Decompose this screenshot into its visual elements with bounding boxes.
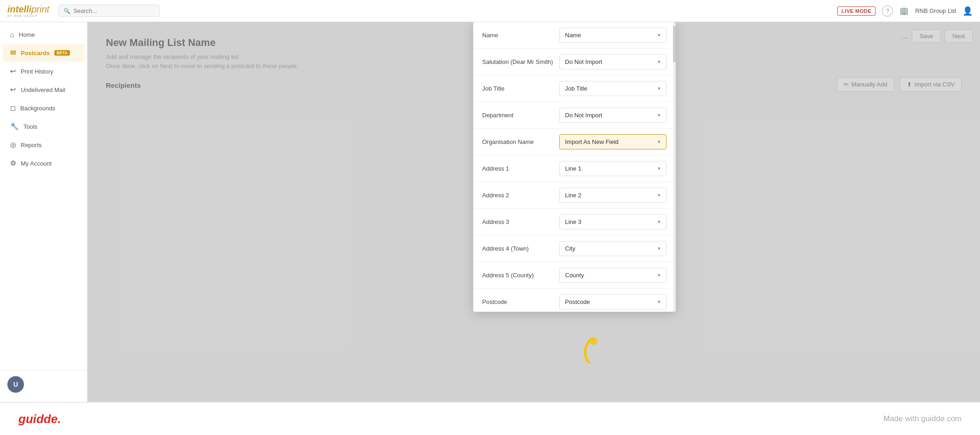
live-mode-badge[interactable]: LIVE MODE: [837, 6, 876, 16]
postcards-badge: BETA: [54, 50, 70, 56]
tools-icon: 🔧: [10, 122, 19, 131]
chevron-down-icon: ▾: [658, 166, 661, 172]
sidebar: ⌂ Home ✉ Postcards BETA ↩ Print History …: [0, 22, 87, 402]
field-mapping-modal: Name Name ▾ Salutation (Dear Mr Smith) D…: [473, 22, 676, 312]
field-select-salutation[interactable]: Do Not Import ▾: [559, 54, 667, 69]
modal-row-department: Department Do Not Import ▾: [473, 102, 676, 129]
modal-row-address2: Address 2 Line 2 ▾: [473, 182, 676, 209]
sidebar-label-undelivered: Undelivered Mail: [21, 86, 65, 93]
search-input[interactable]: [73, 7, 147, 14]
sidebar-item-my-account[interactable]: ⚙ My Account: [3, 155, 84, 172]
chevron-down-icon: ▾: [658, 59, 661, 65]
field-label-salutation: Salutation (Dear Mr Smith): [482, 58, 554, 65]
field-select-address3[interactable]: Line 3 ▾: [559, 214, 667, 229]
sidebar-label-my-account: My Account: [21, 160, 52, 167]
modal-row-address5: Address 5 (County) County ▾: [473, 262, 676, 289]
field-label-address1: Address 1: [482, 165, 554, 172]
sidebar-item-reports[interactable]: ◎ Reports: [3, 136, 84, 154]
field-select-job-title[interactable]: Job Title ▾: [559, 81, 667, 96]
field-label-name: Name: [482, 32, 554, 39]
field-select-name[interactable]: Name ▾: [559, 28, 667, 43]
sidebar-item-print-history[interactable]: ↩ Print History: [3, 63, 84, 80]
help-icon[interactable]: ?: [882, 6, 893, 17]
chevron-down-icon: ▾: [658, 86, 661, 92]
field-label-address4: Address 4 (Town): [482, 245, 554, 252]
content-area: ... Save Next New Mailing List Name Add …: [87, 22, 980, 402]
modal-row-address4: Address 4 (Town) City ▾: [473, 235, 676, 262]
field-label-postcode: Postcode: [482, 298, 554, 305]
user-icon[interactable]: 👤: [963, 6, 973, 16]
modal-row-address3: Address 3 Line 3 ▾: [473, 209, 676, 235]
sidebar-label-tools: Tools: [23, 123, 37, 130]
field-label-department: Department: [482, 112, 554, 119]
field-label-address3: Address 3: [482, 218, 554, 225]
building-icon: 🏢: [899, 6, 909, 15]
modal-row-organisation: Organisation Name Import As New Field ▾: [473, 129, 676, 155]
logo-subtext: BY RNB GROUP: [7, 14, 49, 17]
chevron-down-icon: ▾: [658, 299, 661, 305]
top-right-actions: LIVE MODE ? 🏢 RNB Group Ltd 👤: [837, 6, 973, 17]
sidebar-item-undelivered[interactable]: ↩ Undelivered Mail: [3, 81, 84, 98]
field-select-address1[interactable]: Line 1 ▾: [559, 161, 667, 176]
field-select-department[interactable]: Do Not Import ▾: [559, 108, 667, 123]
field-select-postcode[interactable]: Postcode ▾: [559, 294, 667, 309]
sidebar-label-backgrounds: Backgrounds: [20, 105, 55, 112]
chevron-down-icon: ▾: [658, 32, 661, 38]
reports-icon: ◎: [10, 141, 16, 149]
field-select-address4[interactable]: City ▾: [559, 241, 667, 256]
postcards-icon: ✉: [10, 49, 16, 57]
search-box[interactable]: 🔍: [58, 5, 160, 17]
field-select-organisation[interactable]: Import As New Field ▾: [559, 134, 667, 149]
guidde-tagline: Made with guidde.com: [883, 414, 962, 424]
field-label-organisation: Organisation Name: [482, 138, 554, 145]
logo-text: intelliprint: [7, 4, 49, 14]
modal-row-name: Name Name ▾: [473, 22, 676, 49]
field-label-job-title: Job Title: [482, 85, 554, 92]
my-account-icon: ⚙: [10, 159, 16, 167]
field-label-address5: Address 5 (County): [482, 272, 554, 279]
sidebar-item-postcards[interactable]: ✉ Postcards BETA: [3, 44, 84, 62]
chevron-down-icon: ▾: [658, 246, 661, 252]
company-label: RNB Group Ltd: [915, 7, 956, 14]
chevron-down-icon: ▾: [658, 139, 661, 145]
sidebar-item-tools[interactable]: 🔧 Tools: [3, 118, 84, 135]
guidde-bar: guidde. Made with guidde.com: [0, 402, 980, 435]
sidebar-item-home[interactable]: ⌂ Home: [3, 26, 84, 43]
guidde-logo: guidde.: [18, 412, 61, 426]
modal-row-salutation: Salutation (Dear Mr Smith) Do Not Import…: [473, 49, 676, 75]
sidebar-item-backgrounds[interactable]: ◻ Backgrounds: [3, 99, 84, 117]
undelivered-icon: ↩: [10, 86, 16, 94]
avatar: U: [7, 376, 24, 393]
field-select-address2[interactable]: Line 2 ▾: [559, 188, 667, 203]
top-bar: intelliprint BY RNB GROUP 🔍 LIVE MODE ? …: [0, 0, 980, 22]
modal-row-address1: Address 1 Line 1 ▾: [473, 155, 676, 182]
print-history-icon: ↩: [10, 67, 16, 75]
backgrounds-icon: ◻: [10, 104, 16, 112]
chevron-down-icon: ▾: [658, 192, 661, 198]
sidebar-label-home: Home: [19, 31, 35, 38]
modal-row-postcode: Postcode Postcode ▾: [473, 289, 676, 312]
logo: intelliprint BY RNB GROUP: [7, 4, 49, 17]
home-icon: ⌂: [10, 31, 14, 39]
chevron-down-icon: ▾: [658, 219, 661, 225]
search-icon: 🔍: [64, 8, 70, 14]
sidebar-label-print-history: Print History: [21, 68, 53, 75]
chevron-down-icon: ▾: [658, 112, 661, 118]
field-label-address2: Address 2: [482, 192, 554, 199]
chevron-down-icon: ▾: [658, 272, 661, 278]
sidebar-label-reports: Reports: [21, 142, 42, 149]
sidebar-label-postcards: Postcards: [21, 50, 50, 57]
field-select-address5[interactable]: County ▾: [559, 268, 667, 283]
modal-row-job-title: Job Title Job Title ▾: [473, 75, 676, 102]
